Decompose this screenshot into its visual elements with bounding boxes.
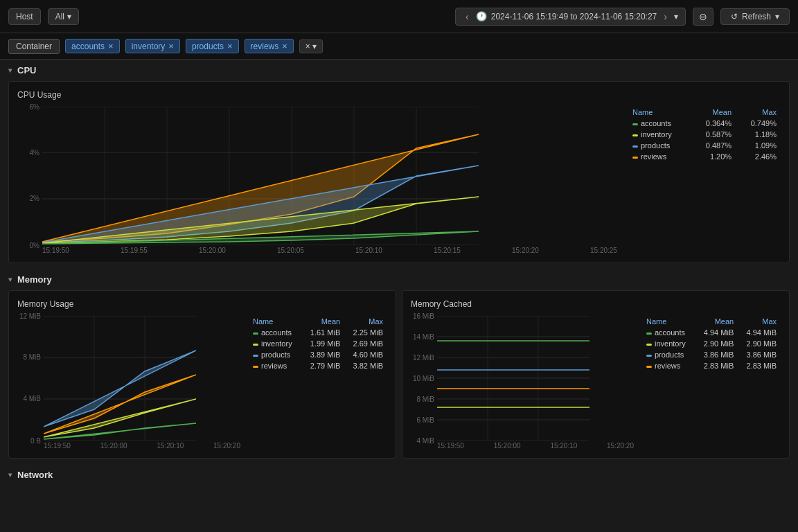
- topbar: Host All ▾ ‹ 🕐 2024-11-06 15:19:49 to 20…: [0, 0, 798, 33]
- mc-reviews-max: 2.83 MiB: [738, 360, 781, 371]
- memory-chevron-icon: ▾: [8, 276, 12, 283]
- table-row: inventory 1.99 MiB 2.69 MiB: [249, 338, 387, 349]
- cpu-section-header[interactable]: ▾ CPU: [0, 60, 798, 81]
- refresh-button[interactable]: ↺ Refresh ▾: [720, 8, 790, 25]
- cpu-legend-mean-header: Mean: [691, 107, 736, 118]
- inventory-color-dot: [632, 134, 638, 136]
- time-range: ‹ 🕐 2024-11-06 15:19:49 to 2024-11-06 15…: [455, 8, 686, 26]
- mc-products-mean: 3.86 MiB: [695, 349, 738, 360]
- mem-x-0: 15:19:50: [44, 442, 71, 450]
- mc-max-header: Max: [738, 316, 781, 327]
- close-filters-icon: ×: [305, 42, 310, 51]
- remove-products-icon[interactable]: ×: [227, 41, 233, 51]
- cpu-inventory-mean: 0.587%: [691, 129, 736, 140]
- mu-products-max: 4.60 MiB: [344, 349, 387, 360]
- remove-reviews-icon[interactable]: ×: [282, 41, 287, 51]
- cpu-accounts-name: accounts: [628, 118, 691, 129]
- clock-icon: 🕐: [476, 11, 487, 21]
- refresh-chevron-icon: ▾: [775, 12, 779, 21]
- time-range-label: 2024-11-06 15:19:49 to 2024-11-06 15:20:…: [491, 12, 657, 21]
- mc-name-header: Name: [642, 316, 695, 327]
- memory-cached-legend: Name Mean Max accounts 4.94 MiB 4.94 MiB: [642, 316, 781, 450]
- table-row: reviews 1.20% 2.46%: [628, 151, 781, 162]
- mc-accounts-max: 4.94 MiB: [738, 327, 781, 338]
- cpu-x-label-4: 15:20:10: [355, 247, 382, 254]
- mc-x-3: 15:20:20: [607, 442, 634, 450]
- chevron-down-icon-time: ▾: [674, 12, 678, 21]
- products-color-dot: [632, 145, 638, 148]
- all-button[interactable]: All ▾: [48, 8, 79, 25]
- prev-time-button[interactable]: ‹: [463, 11, 472, 22]
- memory-usage-card: Memory Usage 12 MiB 8 MiB 4 MiB 0 B: [8, 290, 396, 459]
- table-row: products 0.487% 1.09%: [628, 140, 781, 151]
- tag-inventory-label: inventory: [132, 42, 166, 51]
- memory-cached-svg: [437, 316, 589, 441]
- table-row: products 3.86 MiB 3.86 MiB: [642, 349, 781, 360]
- memory-section-header[interactable]: ▾ Memory: [0, 269, 798, 290]
- mc-x-0: 15:19:50: [437, 442, 464, 450]
- dual-memory-charts: Memory Usage 12 MiB 8 MiB 4 MiB 0 B: [8, 290, 790, 459]
- mu-products-mean: 3.89 MiB: [301, 349, 344, 360]
- filter-more-button[interactable]: × ▾: [299, 39, 323, 53]
- mu-inventory-max: 2.69 MiB: [344, 338, 387, 349]
- cpu-chart-area: 6% 4% 2% 0%: [17, 107, 617, 254]
- cpu-x-label-5: 15:20:15: [434, 247, 461, 254]
- mu-accounts-mean: 1.61 MiB: [301, 327, 344, 338]
- cpu-xaxis: 15:19:50 15:19:55 15:20:00 15:20:05 15:2…: [17, 245, 617, 254]
- cpu-products-name: products: [628, 140, 691, 151]
- remove-inventory-icon[interactable]: ×: [168, 41, 174, 51]
- mem-x-2: 15:20:10: [157, 442, 184, 450]
- filter-tag-reviews[interactable]: reviews ×: [245, 39, 294, 53]
- mem-x-3: 15:20:20: [213, 442, 240, 450]
- svg-marker-20: [44, 351, 196, 427]
- tag-reviews-label: reviews: [251, 42, 279, 51]
- accounts-color-dot: [632, 123, 638, 125]
- mc-products-max: 3.86 MiB: [738, 349, 781, 360]
- cpu-inventory-name: inventory: [628, 129, 691, 140]
- table-row: accounts 1.61 MiB 2.25 MiB: [249, 327, 387, 338]
- cpu-chart-card: CPU Usage 6% 4% 2% 0%: [8, 81, 790, 263]
- cpu-x-label-1: 15:19:55: [121, 247, 148, 254]
- host-button[interactable]: Host: [8, 8, 41, 25]
- cpu-legend: Name Mean Max accounts 0.364% 0.749%: [628, 107, 781, 254]
- refresh-label: Refresh: [742, 12, 771, 21]
- filter-tag-accounts[interactable]: accounts ×: [65, 39, 120, 53]
- network-section-header[interactable]: ▾ Network: [0, 464, 798, 486]
- cpu-products-mean: 0.487%: [691, 140, 736, 151]
- network-chevron-icon: ▾: [8, 471, 12, 479]
- remove-accounts-icon[interactable]: ×: [108, 41, 114, 51]
- cpu-svg: [42, 107, 617, 245]
- mc-inventory-mean: 2.90 MiB: [695, 338, 738, 349]
- cpu-x-label-6: 15:20:20: [512, 247, 539, 254]
- table-row: inventory 0.587% 1.18%: [628, 129, 781, 140]
- cpu-chart-title: CPU Usage: [17, 90, 781, 100]
- cpu-legend-name-header: Name: [628, 107, 691, 118]
- mu-name-header: Name: [249, 316, 301, 327]
- next-time-button[interactable]: ›: [661, 11, 670, 22]
- table-row: reviews 2.83 MiB 2.83 MiB: [642, 360, 781, 371]
- cpu-x-label-0: 15:19:50: [42, 247, 69, 254]
- container-tab[interactable]: Container: [8, 39, 60, 54]
- mu-reviews-mean: 2.79 MiB: [301, 360, 344, 371]
- tag-accounts-label: accounts: [71, 42, 105, 51]
- table-row: inventory 2.90 MiB 2.90 MiB: [642, 338, 781, 349]
- table-row: accounts 0.364% 0.749%: [628, 118, 781, 129]
- cpu-section-label: CPU: [17, 65, 36, 76]
- zoom-out-button[interactable]: ⊖: [693, 8, 713, 26]
- filter-tag-products[interactable]: products ×: [186, 39, 239, 53]
- cpu-x-label-7: 15:20:25: [590, 247, 617, 254]
- cpu-accounts-max: 0.749%: [736, 118, 781, 129]
- cpu-products-max: 1.09%: [736, 140, 781, 151]
- filter-tag-inventory[interactable]: inventory ×: [125, 39, 180, 53]
- table-row: accounts 4.94 MiB 4.94 MiB: [642, 327, 781, 338]
- memory-section-label: Memory: [17, 274, 52, 285]
- chevron-down-icon: ▾: [67, 12, 71, 21]
- mc-inventory-max: 2.90 MiB: [738, 338, 781, 349]
- all-label: All: [55, 12, 64, 21]
- cpu-x-label-2: 15:20:00: [199, 247, 226, 254]
- mc-reviews-mean: 2.83 MiB: [695, 360, 738, 371]
- reviews-color-dot: [632, 157, 638, 159]
- main-content: ▾ CPU CPU Usage 6% 4% 2% 0%: [0, 60, 798, 532]
- network-section: ▾ Network: [0, 464, 798, 486]
- memory-usage-svg: [44, 316, 196, 441]
